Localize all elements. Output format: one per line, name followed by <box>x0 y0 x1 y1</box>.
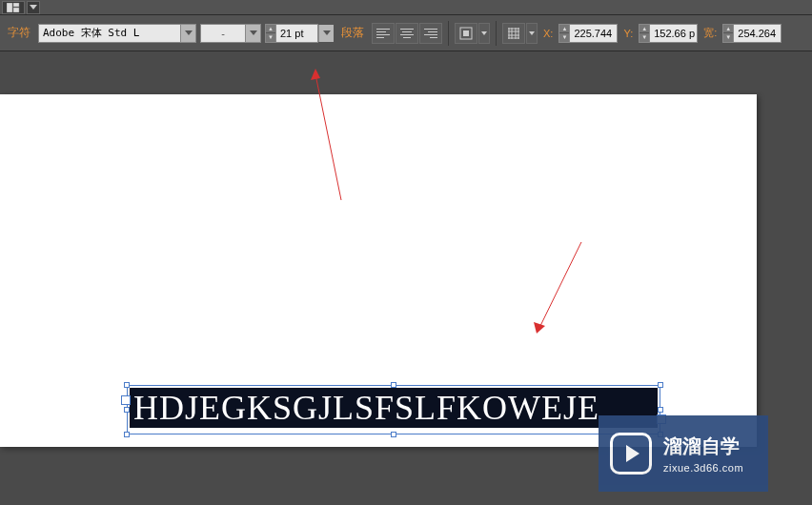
width-label: 宽: <box>701 26 719 40</box>
separator <box>496 21 497 46</box>
text-content[interactable]: HDJEGKSGJLSFSLFKOWEJE <box>130 388 658 428</box>
character-panel-label[interactable]: 字符 <box>4 25 34 41</box>
document-tab-bar <box>0 0 812 15</box>
font-family-value: Adobe 宋体 Std L <box>39 26 180 40</box>
x-coord-value[interactable]: 225.744 <box>570 28 617 39</box>
alignment-buttons <box>372 23 442 44</box>
svg-rect-0 <box>7 3 12 12</box>
align-center-button[interactable] <box>396 23 418 44</box>
align-left-button[interactable] <box>372 23 395 44</box>
columns-button[interactable] <box>502 23 525 44</box>
resize-handle[interactable] <box>124 382 130 388</box>
align-right-button[interactable] <box>419 23 442 44</box>
watermark-overlay: 溜溜自学 zixue.3d66.com <box>599 415 768 492</box>
spinner-down-icon[interactable]: ▼ <box>266 33 275 42</box>
spinner-up-icon[interactable]: ▲ <box>723 25 733 34</box>
spinner-up-icon[interactable]: ▲ <box>559 25 569 34</box>
resize-handle[interactable] <box>391 432 396 437</box>
chevron-down-icon[interactable] <box>245 25 260 42</box>
spinner-down-icon[interactable]: ▼ <box>639 33 649 42</box>
y-coord-value[interactable]: 152.66 p <box>650 28 697 39</box>
svg-rect-4 <box>463 30 469 36</box>
tab-dropdown-arrow-icon[interactable] <box>27 1 40 14</box>
resize-handle[interactable] <box>124 432 130 437</box>
y-coord-label: Y: <box>621 28 635 39</box>
text-in-port[interactable] <box>121 395 131 405</box>
resize-handle[interactable] <box>658 407 663 413</box>
font-size-value[interactable]: 21 pt <box>276 28 317 39</box>
svg-rect-1 <box>13 3 19 7</box>
font-style-value: - <box>201 28 245 39</box>
y-coord-spinner[interactable]: ▲ ▼ 152.66 p <box>639 24 698 43</box>
watermark-title: 溜溜自学 <box>663 432 743 460</box>
width-spinner[interactable]: ▲ ▼ 254.264 <box>722 24 782 43</box>
x-coord-spinner[interactable]: ▲ ▼ 225.744 <box>558 24 618 43</box>
font-style-dropdown[interactable]: - <box>200 24 261 43</box>
watermark-url: zixue.3d66.com <box>663 460 743 476</box>
spinner-down-icon[interactable]: ▼ <box>559 33 569 42</box>
font-family-dropdown[interactable]: Adobe 宋体 Std L <box>38 24 196 43</box>
spinner-up-icon[interactable]: ▲ <box>639 25 649 34</box>
svg-rect-2 <box>13 8 19 12</box>
text-options-bar: 字符 Adobe 宋体 Std L - ▲ ▼ 21 pt 段落 <box>0 15 812 51</box>
fill-dropdown-arrow-icon[interactable] <box>478 23 490 44</box>
arrange-documents-icon[interactable] <box>2 1 25 14</box>
spinner-down-icon[interactable]: ▼ <box>723 33 733 42</box>
paragraph-panel-label[interactable]: 段落 <box>337 25 368 41</box>
svg-marker-14 <box>311 69 320 80</box>
resize-handle[interactable] <box>391 382 396 388</box>
chevron-down-icon[interactable] <box>318 25 334 42</box>
columns-dropdown-arrow-icon[interactable] <box>526 23 538 44</box>
chevron-down-icon[interactable] <box>180 25 195 42</box>
play-icon <box>610 433 652 475</box>
spinner-up-icon[interactable]: ▲ <box>266 25 275 34</box>
canvas-area[interactable]: HDJEGKSGJLSFSLFKOWEJE 溜溜自学 zixue.3d66.co… <box>0 51 812 505</box>
x-coord-label: X: <box>541 28 555 39</box>
separator <box>448 21 449 46</box>
fill-frame-button[interactable] <box>455 23 477 44</box>
selected-text-frame[interactable]: HDJEGKSGJLSFSLFKOWEJE <box>127 385 660 434</box>
resize-handle[interactable] <box>658 382 663 388</box>
width-value[interactable]: 254.264 <box>734 28 781 39</box>
resize-handle[interactable] <box>124 407 130 413</box>
font-size-spinner[interactable]: ▲ ▼ 21 pt <box>265 24 334 43</box>
